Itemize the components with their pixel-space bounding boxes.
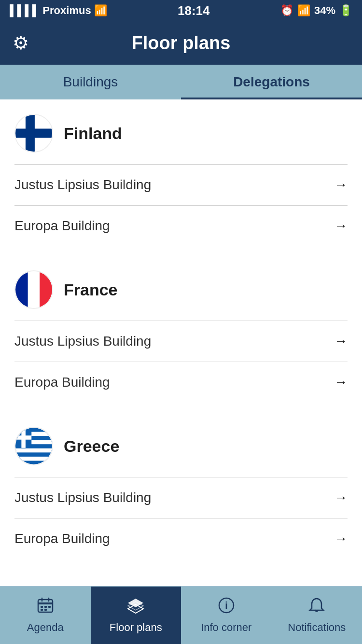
- signal-icon: ▌▌▌▌: [10, 4, 40, 17]
- page-title: Floor plans: [132, 33, 231, 54]
- building-name: Justus Lipsius Building: [14, 334, 151, 349]
- svg-rect-21: [41, 609, 43, 611]
- nav-item-agenda[interactable]: Agenda: [0, 587, 91, 644]
- nav-item-notifications[interactable]: Notifications: [272, 587, 362, 644]
- building-name: Europa Building: [14, 531, 110, 546]
- country-header-greece: Greece: [14, 427, 348, 465]
- building-row[interactable]: Europa Building →: [14, 205, 348, 246]
- bell-icon: [308, 597, 325, 618]
- battery-icon: 🔋: [339, 4, 352, 17]
- section-divider: [0, 246, 362, 256]
- svg-rect-20: [48, 606, 51, 608]
- battery-percent: 34%: [314, 4, 335, 17]
- svg-rect-9: [15, 457, 52, 461]
- building-row[interactable]: Europa Building →: [14, 362, 348, 403]
- status-time: 18:14: [178, 3, 210, 18]
- flag-france: [14, 270, 53, 309]
- building-name: Europa Building: [14, 218, 110, 234]
- svg-text:i: i: [225, 600, 228, 611]
- nav-label-agenda: Agenda: [27, 621, 64, 634]
- nav-label-notifications: Notifications: [288, 621, 346, 634]
- building-row[interactable]: Europa Building →: [14, 518, 348, 559]
- building-row[interactable]: Justus Lipsius Building →: [14, 164, 348, 205]
- country-header-finland: Finland: [14, 114, 348, 153]
- layers-icon: [127, 597, 144, 618]
- arrow-icon: →: [334, 375, 348, 390]
- svg-rect-12: [15, 435, 31, 440]
- building-name: Justus Lipsius Building: [14, 177, 151, 193]
- arrow-icon: →: [334, 177, 348, 193]
- country-section-finland: Finland Justus Lipsius Building → Europa…: [0, 99, 362, 246]
- country-name-greece: Greece: [64, 437, 119, 456]
- status-bar: ▌▌▌▌ Proximus 📶 18:14 ⏰ 📶 34% 🔋: [0, 0, 362, 21]
- nav-item-infocorner[interactable]: i Info corner: [181, 587, 272, 644]
- status-right: ⏰ 📶 34% 🔋: [280, 4, 352, 17]
- app-header: ⚙ Floor plans: [0, 21, 362, 65]
- info-icon: i: [218, 597, 235, 618]
- svg-rect-18: [41, 606, 43, 608]
- nav-label-infocorner: Info corner: [201, 621, 251, 634]
- svg-rect-8: [15, 448, 52, 453]
- svg-rect-22: [44, 609, 47, 611]
- country-section-greece: Greece Justus Lipsius Building → Europa …: [0, 412, 362, 559]
- building-row[interactable]: Justus Lipsius Building →: [14, 321, 348, 362]
- arrow-icon: →: [334, 334, 348, 349]
- bluetooth-icon: 📶: [297, 4, 310, 17]
- flag-finland: [14, 114, 53, 153]
- svg-rect-2: [26, 115, 35, 152]
- building-row[interactable]: Justus Lipsius Building →: [14, 477, 348, 518]
- country-section-france: France Justus Lipsius Building → Europa …: [0, 256, 362, 403]
- country-name-finland: Finland: [64, 124, 122, 143]
- content-area: Finland Justus Lipsius Building → Europa…: [0, 99, 362, 617]
- svg-rect-19: [44, 606, 47, 608]
- carrier-name: Proximus: [42, 4, 91, 17]
- building-name: Justus Lipsius Building: [14, 490, 151, 505]
- nav-item-floorplans[interactable]: Floor plans: [91, 587, 181, 644]
- tab-buildings[interactable]: Buildings: [0, 65, 181, 99]
- nav-label-floorplans: Floor plans: [110, 621, 162, 634]
- section-divider: [0, 403, 362, 412]
- flag-greece: [14, 427, 53, 465]
- status-left: ▌▌▌▌ Proximus 📶: [10, 4, 107, 17]
- alarm-icon: ⏰: [280, 4, 293, 17]
- tab-delegations[interactable]: Delegations: [181, 65, 362, 99]
- country-header-france: France: [14, 270, 348, 309]
- country-name-france: France: [64, 280, 118, 299]
- arrow-icon: →: [334, 531, 348, 546]
- building-name: Europa Building: [14, 375, 110, 390]
- top-tab-bar: Buildings Delegations: [0, 65, 362, 99]
- arrow-icon: →: [334, 490, 348, 505]
- calendar-icon: [37, 597, 54, 618]
- wifi-icon: 📶: [94, 4, 107, 17]
- svg-marker-23: [128, 599, 143, 607]
- gear-icon[interactable]: ⚙: [13, 32, 29, 54]
- arrow-icon: →: [334, 218, 348, 234]
- svg-rect-15: [38, 602, 53, 604]
- bottom-nav: Agenda Floor plans i Info corner Not: [0, 586, 362, 644]
